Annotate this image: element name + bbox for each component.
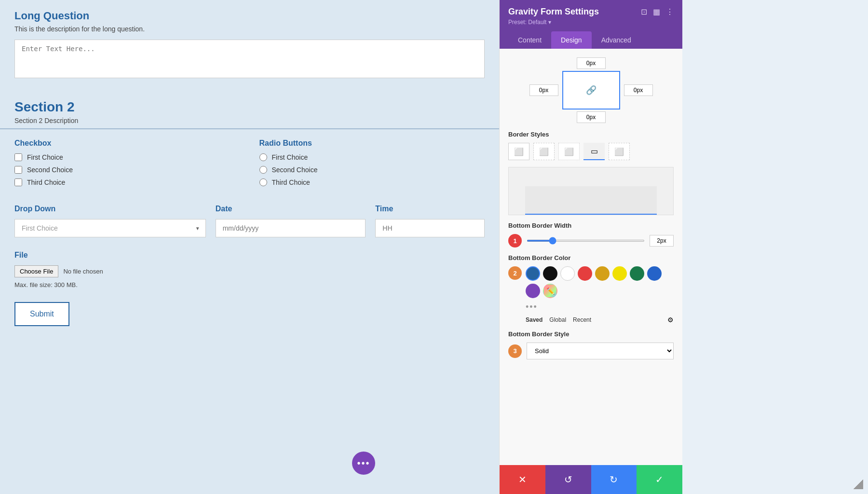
- panel-tabs: Content Design Advanced: [508, 31, 674, 49]
- link-icon[interactable]: 🔗: [586, 85, 597, 96]
- radio-input-2[interactable]: [259, 166, 267, 174]
- checkbox-field: Checkbox First Choice Second Choice Thir…: [14, 139, 240, 191]
- section2-title: Section 2: [14, 99, 485, 115]
- border-style-select[interactable]: Solid Dashed Dotted Double: [527, 343, 674, 359]
- section2-header: Section 2 Section 2 Description: [0, 90, 499, 129]
- padding-top-input[interactable]: 0px: [577, 57, 606, 69]
- checkbox-label-3: Third Choice: [27, 178, 65, 186]
- bottom-border-style-label: Bottom Border Style: [508, 330, 674, 338]
- border-width-slider[interactable]: [527, 240, 645, 242]
- dropdown-select[interactable]: First Choice Second Choice Third Choice: [14, 219, 206, 237]
- confirm-button[interactable]: ✓: [637, 465, 682, 494]
- file-field: File Choose File No file chosen Max. fil…: [14, 251, 485, 288]
- border-style-bottom-only[interactable]: ▭: [583, 143, 605, 160]
- time-input[interactable]: [375, 219, 485, 237]
- color-swatch-yellow[interactable]: [612, 266, 627, 281]
- color-swatch-purple[interactable]: [526, 284, 540, 298]
- padding-control: 0px 0px 🔗 0px 0px: [508, 57, 674, 123]
- panel-title: Gravity Form Settings: [508, 7, 599, 17]
- time-label: Time: [375, 205, 485, 213]
- date-field: Date: [216, 205, 366, 237]
- color-swatch-white[interactable]: [560, 266, 575, 281]
- checkbox-label-1: First Choice: [27, 153, 63, 161]
- panel-body: 0px 0px 🔗 0px 0px Border Styles ⬜ ⬜ ⬜ ▭ …: [500, 49, 682, 465]
- panel-expand-icon[interactable]: ⊡: [641, 7, 647, 16]
- color-swatch-pencil[interactable]: ✏️: [543, 284, 557, 298]
- checkbox-input-3[interactable]: [14, 178, 22, 186]
- resize-handle[interactable]: [854, 480, 863, 489]
- padding-left-input[interactable]: 0px: [529, 84, 558, 96]
- padding-bottom-input[interactable]: 0px: [577, 111, 606, 123]
- color-tab-recent[interactable]: Recent: [573, 316, 591, 323]
- color-more-button[interactable]: •••: [526, 302, 538, 312]
- tab-content[interactable]: Content: [508, 31, 551, 49]
- long-question-textarea[interactable]: [14, 40, 485, 78]
- date-input[interactable]: [216, 219, 366, 237]
- checkbox-item-3[interactable]: Third Choice: [14, 178, 240, 186]
- color-settings-icon[interactable]: ⚙: [667, 316, 674, 324]
- radio-label: Radio Buttons: [259, 139, 485, 148]
- panel-more-icon[interactable]: ⋮: [666, 7, 674, 16]
- checkbox-item-1[interactable]: First Choice: [14, 153, 240, 161]
- color-tab-global[interactable]: Global: [549, 316, 566, 323]
- checkbox-input-2[interactable]: [14, 166, 22, 174]
- color-swatch-green[interactable]: [630, 266, 644, 281]
- bottom-border-width-label: Bottom Border Width: [508, 222, 674, 229]
- color-swatch-red[interactable]: [578, 266, 592, 281]
- panel-layout-icon[interactable]: ▦: [653, 7, 660, 16]
- panel-footer: ✕ ↺ ↻ ✓: [500, 465, 682, 494]
- color-section: 2 ✏️ •••: [508, 266, 674, 324]
- panel-header: Gravity Form Settings ⊡ ▦ ⋮ Preset: Defa…: [500, 0, 682, 49]
- tab-design[interactable]: Design: [551, 31, 592, 49]
- settings-panel: Gravity Form Settings ⊡ ▦ ⋮ Preset: Defa…: [499, 0, 682, 494]
- border-style-solid[interactable]: ⬜: [508, 143, 529, 160]
- submit-button[interactable]: Submit: [14, 302, 69, 326]
- color-swatch-blue-active[interactable]: [526, 266, 540, 281]
- border-style-dashed[interactable]: ⬜: [533, 143, 555, 160]
- color-tab-saved[interactable]: Saved: [526, 316, 542, 323]
- file-label: File: [14, 251, 485, 260]
- border-preview: [508, 167, 674, 215]
- step-3-badge: 3: [508, 344, 522, 358]
- radio-item-3[interactable]: Third Choice: [259, 178, 485, 186]
- padding-box: 🔗: [562, 71, 620, 110]
- border-style-select-row: 3 Solid Dashed Dotted Double: [508, 343, 674, 359]
- file-size-text: Max. file size: 300 MB.: [14, 281, 485, 288]
- color-swatch-blue[interactable]: [647, 266, 662, 281]
- time-field: Time: [375, 205, 485, 237]
- section2-description: Section 2 Description: [14, 117, 485, 124]
- preview-inner: [525, 186, 657, 215]
- color-tabs: Saved Global Recent ⚙: [526, 316, 674, 324]
- radio-item-1[interactable]: First Choice: [259, 153, 485, 161]
- checkbox-label: Checkbox: [14, 139, 240, 148]
- border-style-options: ⬜ ⬜ ⬜ ▭ ⬜: [508, 143, 674, 160]
- no-file-text: No file chosen: [63, 268, 103, 275]
- cancel-button[interactable]: ✕: [500, 465, 545, 494]
- tab-advanced[interactable]: Advanced: [592, 31, 641, 49]
- radio-input-1[interactable]: [259, 153, 267, 161]
- padding-right-input[interactable]: 0px: [624, 84, 653, 96]
- radio-label-3: Third Choice: [272, 178, 310, 186]
- bottom-border-color-label: Bottom Border Color: [508, 254, 674, 261]
- undo-button[interactable]: ↺: [545, 465, 591, 494]
- long-question-title: Long Question: [14, 10, 485, 22]
- step-1-badge: 1: [508, 234, 522, 247]
- floating-menu-button[interactable]: •••: [352, 452, 375, 475]
- checkbox-item-2[interactable]: Second Choice: [14, 166, 240, 174]
- border-styles-label: Border Styles: [508, 131, 674, 138]
- radio-label-1: First Choice: [272, 153, 308, 161]
- redo-button[interactable]: ↻: [591, 465, 637, 494]
- color-swatch-gold[interactable]: [595, 266, 610, 281]
- checkbox-label-2: Second Choice: [27, 166, 73, 174]
- dropdown-label: Drop Down: [14, 205, 206, 213]
- radio-item-2[interactable]: Second Choice: [259, 166, 485, 174]
- choose-file-button[interactable]: Choose File: [14, 265, 58, 277]
- panel-preset[interactable]: Preset: Default ▾: [508, 19, 674, 26]
- radio-input-3[interactable]: [259, 178, 267, 186]
- color-swatch-black[interactable]: [543, 266, 557, 281]
- border-width-value[interactable]: 2px: [650, 235, 674, 247]
- checkbox-input-1[interactable]: [14, 153, 22, 161]
- border-style-none[interactable]: ⬜: [609, 143, 630, 160]
- radio-label-2: Second Choice: [272, 166, 318, 174]
- border-style-dotted[interactable]: ⬜: [558, 143, 580, 160]
